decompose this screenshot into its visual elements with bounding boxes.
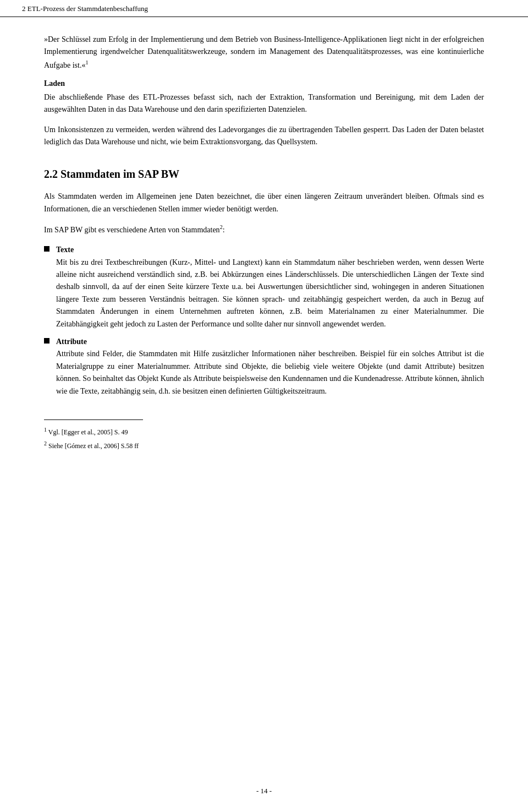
bullet-texte-body: Mit bis zu drei Textbeschreibungen (Kurz…	[56, 258, 484, 328]
bullet-attribute: Attribute Attribute sind Felder, die Sta…	[44, 336, 484, 397]
bullet-square-icon-2	[44, 338, 50, 344]
bullet-texte-label: Texte	[56, 246, 74, 254]
header-title: 2 ETL-Prozess der Stammdatenbeschaffung	[22, 4, 148, 13]
bullet-attribute-content: Attribute Attribute sind Felder, die Sta…	[56, 336, 484, 397]
bullet-texte: Texte Mit bis zu drei Textbeschreibungen…	[44, 244, 484, 330]
page-number: - 14 -	[256, 787, 272, 795]
intro-quote: »Der Schlüssel zum Erfolg in der Impleme…	[44, 34, 484, 72]
chapter-section: 2.2 Stammdaten im SAP BW Als Stammdaten …	[44, 168, 484, 397]
stammdaten-para1: Als Stammdaten werden im Allgemeinen jen…	[44, 190, 484, 215]
laden-section: Laden Die abschließende Phase des ETL-Pr…	[44, 79, 484, 149]
page-header: 2 ETL-Prozess der Stammdatenbeschaffung	[0, 0, 528, 17]
main-content: »Der Schlüssel zum Erfolg in der Impleme…	[0, 17, 528, 486]
footnote-divider	[44, 419, 143, 420]
chapter-heading: 2.2 Stammdaten im SAP BW	[44, 168, 484, 181]
bullet-attribute-label: Attribute	[56, 337, 87, 346]
bullet-attribute-body: Attribute sind Felder, die Stammdaten mi…	[56, 350, 484, 395]
bullet-texte-content: Texte Mit bis zu drei Textbeschreibungen…	[56, 244, 484, 330]
page: 2 ETL-Prozess der Stammdatenbeschaffung …	[0, 0, 528, 812]
bullet-square-icon	[44, 246, 50, 252]
page-footer: - 14 -	[0, 781, 528, 801]
stammdaten-para3: Im SAP BW gibt es verschiedene Arten von…	[44, 223, 484, 236]
laden-heading: Laden	[44, 79, 484, 88]
laden-para1: Die abschließende Phase des ETL-Prozesse…	[44, 91, 484, 116]
laden-para2: Um Inkonsistenzen zu vermeiden, werden w…	[44, 124, 484, 149]
footnote-ref-1: 1	[85, 59, 88, 66]
footnote-2: 2 Siehe [Gómez et al., 2006] S.58 ff	[44, 439, 484, 451]
footnote-1: 1 Vgl. [Egger et al., 2005] S. 49	[44, 426, 484, 437]
